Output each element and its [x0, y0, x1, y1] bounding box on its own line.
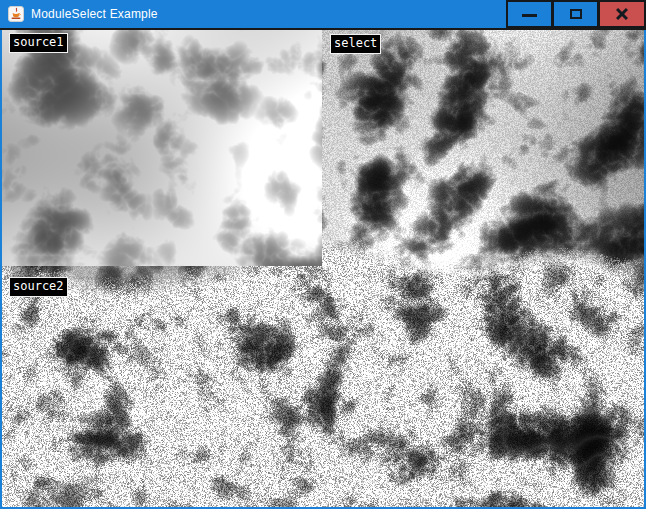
minimize-button[interactable] [506, 0, 553, 28]
maximize-button[interactable] [552, 0, 599, 28]
maximize-icon [570, 9, 582, 19]
close-icon [615, 7, 629, 21]
close-button[interactable] [598, 0, 646, 28]
noise-render-canvas [2, 30, 644, 507]
source2-label: source2 [9, 277, 68, 297]
java-coffee-cup-icon [8, 6, 24, 22]
source1-label: source1 [9, 33, 68, 53]
select-label: select [330, 34, 381, 54]
window-controls [506, 0, 646, 28]
window-title: ModuleSelect Example [31, 7, 158, 21]
titlebar[interactable]: ModuleSelect Example [0, 0, 646, 30]
app-window: ModuleSelect Example source1 select sour… [0, 0, 646, 509]
render-area: source1 select source2 [2, 30, 644, 507]
minimize-icon [522, 14, 537, 17]
